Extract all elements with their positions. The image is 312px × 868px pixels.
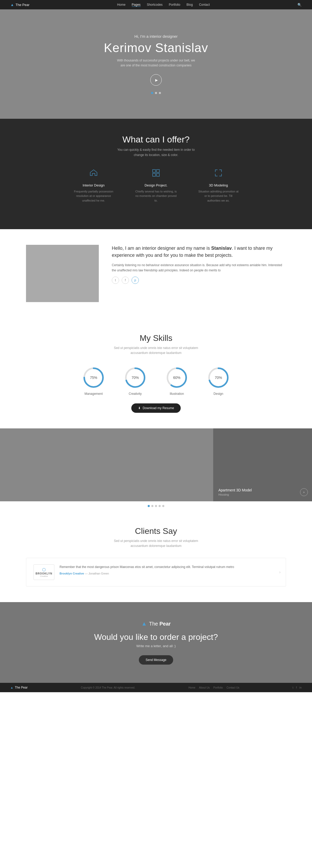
offer-section: What can I offer? You can quickly & easi…	[0, 119, 312, 229]
clients-subtitle: Sed ut perspiciatis unde omnis iste natu…	[109, 538, 203, 549]
footer-logo: ▲ The Pear	[10, 686, 28, 689]
testimonial-meta: Brooklyn Creative — Jonathan Green	[60, 572, 278, 575]
social-links: t f p	[112, 277, 286, 284]
client-person: —	[85, 572, 89, 575]
skills-title: My Skills	[10, 333, 302, 343]
offer-subtitle: You can quickly & easily find the needed…	[112, 147, 200, 158]
skills-circles: 75% Management 70% Creativity 60% Illust…	[10, 366, 302, 396]
footer-link-portfolio[interactable]: Portfolio	[213, 686, 223, 689]
skills-section: My Skills Sed ut perspiciatis unde omnis…	[0, 318, 312, 428]
portfolio-title: Apartment 3D Model	[218, 488, 307, 492]
about-name: Stanislav	[211, 246, 232, 251]
footer-link-home[interactable]: Home	[188, 686, 196, 689]
skill-name-label: Creativity	[124, 392, 147, 396]
offer-item-desc-2: Chiefly several has to wishing, is no mo…	[135, 189, 177, 203]
navigation: ▲ The Pear Home Pages Shortcodes Portfol…	[0, 0, 312, 9]
nav-contact[interactable]: Contact	[199, 3, 210, 7]
footer: ▲ The Pear Copyright © 2014 The Pear. Al…	[0, 683, 312, 692]
footer-social: t f in	[292, 686, 302, 689]
client-name: Brooklyn Creative	[60, 572, 84, 575]
send-message-button[interactable]: Send Message	[139, 655, 173, 664]
skill-percent-label: 70%	[132, 375, 139, 380]
footer-link-about[interactable]: About Us	[199, 686, 210, 689]
skill-circle-wrap: 60%	[165, 366, 188, 389]
offer-title: What can I offer?	[10, 134, 302, 145]
skill-name-label: Design	[207, 392, 230, 396]
nav-portfolio[interactable]: Portfolio	[169, 3, 180, 7]
testimonial-content: Remember that the most dangerous prison …	[60, 564, 278, 575]
portfolio-main-image	[0, 428, 213, 501]
offer-item-interior: Interior Design Frequently partially pos…	[73, 168, 114, 214]
portfolio-dots	[0, 501, 312, 511]
portfolio-info-panel: Apartment 3D Model Housing ›	[213, 428, 312, 501]
hero-title: Kerimov Stanislav	[104, 41, 208, 55]
client-logo-sub: Creative	[40, 575, 48, 577]
clients-section: Clients Say Sed ut perspiciatis unde omn…	[0, 511, 312, 602]
portfolio-dot-2[interactable]	[151, 505, 153, 507]
nav-shortcodes[interactable]: Shortcodes	[147, 3, 163, 7]
portfolio-dot-4[interactable]	[159, 505, 161, 507]
offer-item-desc-1: Frequently partially possession resoluti…	[73, 189, 114, 203]
search-icon[interactable]: 🔍	[298, 3, 302, 7]
skill-item-2: 60% Illustration	[165, 366, 188, 396]
svg-rect-3	[157, 174, 160, 176]
pinterest-button[interactable]: p	[132, 277, 139, 284]
nav-pages[interactable]: Pages	[132, 3, 141, 7]
portfolio-dot-1[interactable]	[148, 505, 150, 507]
about-intro: Hello, I am an interior designer and my …	[112, 245, 286, 259]
offer-item-title-3: 3D Modeling	[198, 183, 239, 187]
offer-item-3d: 3D Modeling Situation admitting promotio…	[198, 168, 239, 214]
footer-nav-links: Home About Us Portfolio Contact Us	[188, 686, 239, 689]
about-text: Hello, I am an interior designer and my …	[112, 245, 286, 284]
cta-subtext: Write me a letter, and all :)	[10, 644, 302, 648]
hero-dot-1[interactable]	[151, 92, 153, 94]
hero-dots	[151, 92, 161, 94]
nav-links: Home Pages Shortcodes Portfolio Blog Con…	[117, 3, 210, 7]
nav-home[interactable]: Home	[117, 3, 126, 7]
skill-circle-wrap: 70%	[124, 366, 147, 389]
portfolio-next-button[interactable]: ›	[300, 488, 308, 496]
download-label: Download my Resume	[143, 406, 174, 410]
skill-item-0: 75% Management	[82, 366, 105, 396]
svg-rect-0	[152, 169, 155, 173]
skill-name-label: Management	[82, 392, 105, 396]
skill-circle-wrap: 70%	[207, 366, 230, 389]
portfolio-images: Apartment 3D Model Housing ›	[0, 428, 312, 501]
hero-dot-2[interactable]	[155, 92, 157, 94]
footer-linkedin-icon[interactable]: in	[299, 686, 302, 689]
skill-circle-wrap: 75%	[82, 366, 105, 389]
about-photo	[26, 245, 99, 302]
twitter-button[interactable]: t	[112, 277, 119, 284]
about-intro-text: Hello, I am an interior designer and my …	[112, 246, 273, 258]
svg-rect-1	[157, 169, 160, 173]
hero-dot-3[interactable]	[159, 92, 161, 94]
svg-rect-2	[152, 174, 155, 176]
cta-name-regular: The	[149, 621, 160, 627]
download-icon: ⬇	[138, 406, 141, 410]
skill-percent-label: 75%	[90, 375, 97, 380]
nav-logo[interactable]: ▲ The Pear	[10, 3, 29, 7]
design-project-icon	[135, 168, 177, 180]
footer-link-contact[interactable]: Contact Us	[227, 686, 239, 689]
portfolio-dot-5[interactable]	[162, 505, 164, 507]
client-logo: ⬡ BROOKLYN Creative	[34, 564, 54, 580]
hero-play-button[interactable]	[150, 74, 162, 86]
client-logo-icon: ⬡	[42, 567, 46, 572]
testimonial-text: Remember that the most dangerous prison …	[60, 564, 278, 569]
hero-section: Hi, I'm a interior designer Kerimov Stan…	[0, 9, 312, 119]
portfolio-dot-3[interactable]	[155, 505, 157, 507]
logo-text: The Pear	[15, 3, 29, 7]
testimonial-next-button[interactable]: ›	[279, 570, 281, 575]
interior-design-icon	[73, 168, 114, 180]
cta-triangle-icon: ▲	[141, 620, 147, 627]
skill-percent-label: 70%	[215, 375, 222, 380]
nav-blog[interactable]: Blog	[186, 3, 193, 7]
download-resume-button[interactable]: ⬇ Download my Resume	[131, 403, 181, 413]
footer-facebook-icon[interactable]: f	[296, 686, 297, 689]
about-body: Certainly listening no no behaviour exis…	[112, 262, 286, 273]
footer-twitter-icon[interactable]: t	[292, 686, 293, 689]
offer-item-desc-3: Situation admitting promotion at or to p…	[198, 189, 239, 203]
cta-section: ▲ The Pear Would you like to order a pro…	[0, 602, 312, 683]
facebook-button[interactable]: f	[122, 277, 129, 284]
offer-item-title-1: Interior Design	[73, 183, 114, 187]
